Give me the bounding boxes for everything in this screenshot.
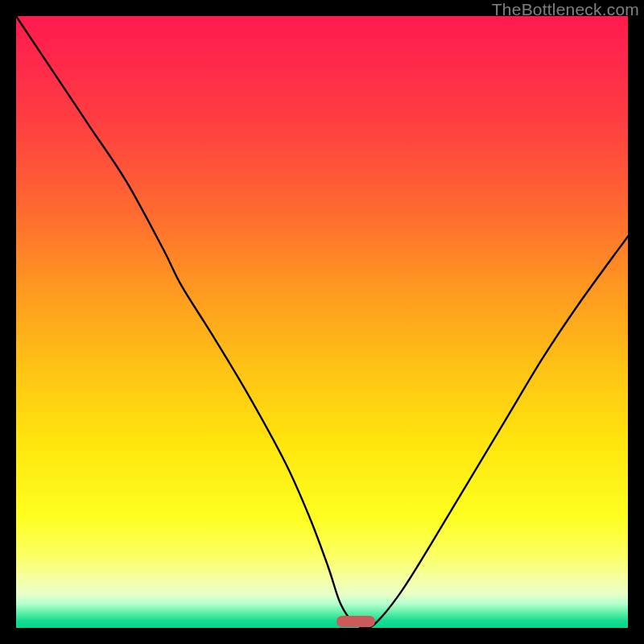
plot-area xyxy=(16,16,628,628)
watermark-text: TheBottleneck.com xyxy=(492,0,639,19)
optimal-marker xyxy=(336,616,375,627)
chart-frame: TheBottleneck.com xyxy=(0,0,644,644)
bottleneck-curve xyxy=(16,16,628,628)
curve-svg xyxy=(16,16,628,628)
